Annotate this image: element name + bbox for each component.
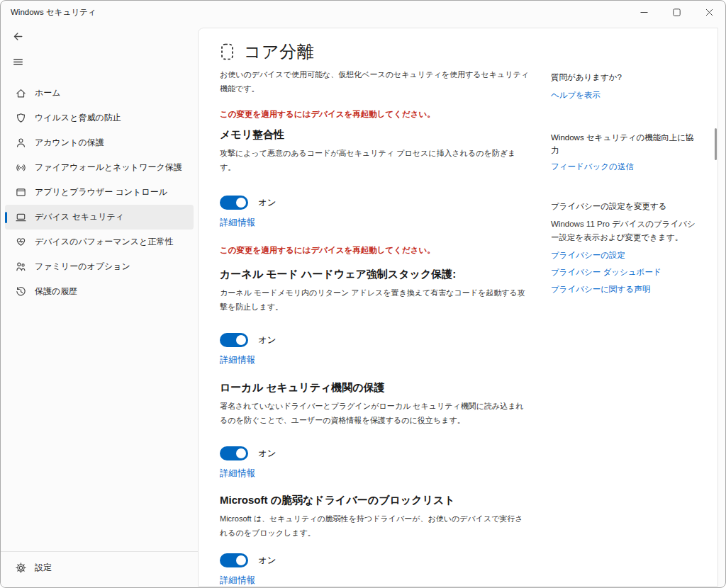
sidebar-item-label: 設定 (35, 562, 52, 574)
sidebar-item-firewall-network[interactable]: ファイアウォールとネットワーク保護 (5, 155, 194, 180)
privacy-settings-description: Windows 11 Pro デバイスのプライバシー設定を表示および変更できます… (551, 217, 696, 244)
section-title-memory-integrity: メモリ整合性 (220, 128, 529, 142)
section-description: 攻撃によって悪意のあるコードが高セキュリティ プロセスに挿入されるのを防ぎます。 (220, 146, 529, 174)
hamburger-icon (12, 56, 24, 68)
section-description: カーネル モードメモリ内のリターン アドレスを置き換えて有害なコードを起動する攻… (220, 285, 529, 314)
sidebar-footer: 設定 (1, 551, 198, 587)
toggle-state-label: オン (258, 334, 277, 346)
sidebar-item-device-performance-health[interactable]: デバイスのパフォーマンスと正常性 (5, 230, 194, 254)
sidebar-item-app-browser-control[interactable]: アプリとブラウザー コントロール (5, 180, 194, 205)
sidebar-item-label: ファイアウォールとネットワーク保護 (35, 162, 182, 174)
close-icon (705, 9, 713, 16)
network-icon (15, 162, 27, 174)
more-info-link-memory-integrity[interactable]: 詳細情報 (220, 217, 255, 228)
section-description: 署名されていないドライバーとプラグインがローカル セキュリティ機関に読み込まれる… (220, 399, 529, 427)
minimize-button[interactable] (627, 1, 660, 24)
question-title: 質問がありますか? (551, 71, 696, 84)
sidebar-item-label: ファミリーのオプション (35, 261, 130, 273)
sidebar-item-label: アプリとブラウザー コントロール (35, 186, 167, 198)
send-feedback-link[interactable]: フィードバックの送信 (551, 161, 634, 173)
sidebar: ホーム ウイルスと脅威の防止 アカウントの保護 ファイアウォールとネットワーク保… (1, 24, 198, 587)
page-title: コア分離 (244, 40, 314, 63)
titlebar: Windows セキュリティ (1, 1, 725, 24)
driver-blocklist-toggle[interactable] (220, 553, 248, 567)
more-info-link-kernel-stack-protection[interactable]: 詳細情報 (220, 354, 255, 366)
toggle-row-memory-integrity: オン (220, 196, 529, 210)
history-icon (15, 285, 27, 298)
toggle-row-lsa-protection: オン (220, 446, 529, 460)
sidebar-item-account-protection[interactable]: アカウントの保護 (5, 130, 194, 155)
window-title: Windows セキュリティ (11, 7, 96, 18)
sidebar-nav: ホーム ウイルスと脅威の防止 アカウントの保護 ファイアウォールとネットワーク保… (1, 81, 198, 304)
shield-icon (15, 112, 27, 124)
core-isolation-icon (220, 43, 235, 61)
toggle-state-label: オン (258, 555, 277, 567)
health-heart-icon (15, 236, 27, 248)
page-description: お使いのデバイスで使用可能な、仮想化ベースのセキュリティを使用するセキュリティ機… (220, 67, 529, 96)
kernel-stack-protection-toggle[interactable] (220, 333, 248, 347)
toggle-row-kernel-stack-protection: オン (220, 333, 529, 347)
family-icon (15, 261, 27, 273)
main-content-card: コア分離 お使いのデバイスで使用可能な、仮想化ベースのセキュリティを使用するセキ… (198, 28, 718, 587)
more-info-link-lsa-protection[interactable]: 詳細情報 (220, 468, 255, 479)
restart-warning: この変更を適用するにはデバイスを再起動してください。 (220, 244, 529, 256)
help-aside: 質問がありますか? ヘルプを表示 Windows セキュリティの機能向上に協力 … (551, 71, 696, 295)
sidebar-item-label: デバイス セキュリティ (35, 211, 124, 223)
sidebar-item-label: ウイルスと脅威の防止 (35, 112, 121, 124)
back-button[interactable] (6, 26, 29, 47)
more-info-link-driver-blocklist[interactable]: 詳細情報 (220, 575, 255, 586)
lsa-protection-toggle[interactable] (220, 446, 248, 460)
section-title-driver-blocklist: Microsoft の脆弱なドライバーのブロックリスト (220, 493, 529, 507)
get-help-link[interactable]: ヘルプを表示 (551, 89, 601, 101)
minimize-icon (640, 9, 648, 16)
privacy-dashboard-link[interactable]: プライバシー ダッシュボード (551, 266, 696, 278)
home-icon (15, 87, 27, 99)
restart-warning: この変更を適用するにはデバイスを再起動してください。 (220, 108, 529, 120)
gear-icon (15, 562, 27, 574)
close-button[interactable] (693, 1, 725, 24)
menu-button[interactable] (6, 51, 29, 72)
windows-security-window: Windows セキュリティ ホーム (0, 0, 726, 588)
privacy-links: プライバシーの設定 プライバシー ダッシュボード プライバシーに関する声明 (551, 249, 696, 295)
vertical-scrollbar-thumb[interactable] (715, 128, 717, 160)
privacy-settings-link[interactable]: プライバシーの設定 (551, 249, 696, 261)
section-title-kernel-stack-protection: カーネル モード ハードウェア強制スタック保護: (220, 267, 529, 281)
toggle-state-label: オン (258, 197, 277, 209)
toggle-row-driver-blocklist: オン (220, 553, 529, 567)
sidebar-item-virus-threat-protection[interactable]: ウイルスと脅威の防止 (5, 106, 194, 130)
maximize-button[interactable] (660, 1, 693, 24)
privacy-statement-link[interactable]: プライバシーに関する声明 (551, 283, 696, 295)
laptop-icon (15, 211, 27, 223)
section-description: Microsoft は、セキュリティの脆弱性を持つドライバーが、お使いのデバイス… (220, 511, 529, 540)
sidebar-item-home[interactable]: ホーム (5, 81, 194, 106)
app-window-icon (15, 186, 27, 198)
core-isolation-page: コア分離 お使いのデバイスで使用可能な、仮想化ベースのセキュリティを使用するセキ… (220, 28, 529, 586)
page-header: コア分離 (220, 40, 529, 64)
sidebar-item-label: デバイスのパフォーマンスと正常性 (35, 236, 173, 248)
maximize-icon (673, 9, 681, 16)
sidebar-item-label: 保護の履歴 (35, 285, 77, 298)
sidebar-item-family-options[interactable]: ファミリーのオプション (5, 254, 194, 279)
sidebar-item-settings[interactable]: 設定 (5, 555, 194, 580)
privacy-settings-title: プライバシーの設定を変更する (551, 200, 696, 213)
sidebar-item-protection-history[interactable]: 保護の履歴 (5, 279, 194, 304)
back-arrow-icon (12, 30, 24, 43)
sidebar-item-label: ホーム (35, 87, 61, 99)
memory-integrity-toggle[interactable] (220, 196, 248, 210)
person-icon (15, 137, 27, 149)
sidebar-item-label: アカウントの保護 (35, 137, 104, 149)
sidebar-item-device-security[interactable]: デバイス セキュリティ (5, 205, 194, 230)
toggle-state-label: オン (258, 448, 277, 460)
feedback-title: Windows セキュリティの機能向上に協力 (551, 131, 696, 157)
window-controls (627, 1, 725, 24)
section-title-lsa-protection: ローカル セキュリティ機関の保護 (220, 380, 529, 395)
